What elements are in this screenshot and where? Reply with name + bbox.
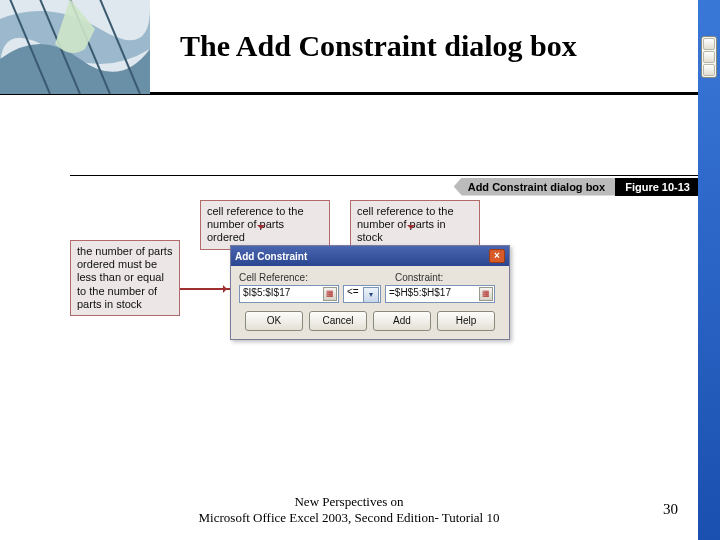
figure-number: Figure 10-13: [615, 178, 700, 196]
arrow-icon: [180, 288, 230, 290]
figure-caption-strip: Add Constraint dialog box Figure 10-13: [70, 175, 700, 197]
callout-constraint: cell reference to the number of parts in…: [350, 200, 480, 250]
cancel-button[interactable]: Cancel: [309, 311, 367, 331]
figure-diagram: the number of parts ordered must be less…: [70, 200, 610, 370]
xp-nav-panel: [701, 36, 717, 78]
footer-line1: New Perspectives on: [0, 494, 698, 510]
slide-title: The Add Constraint dialog box: [180, 29, 577, 63]
nav-next-icon[interactable]: [703, 64, 715, 76]
figure-caption: Add Constraint dialog box: [454, 178, 616, 196]
ok-button[interactable]: OK: [245, 311, 303, 331]
xp-sidebar: [698, 0, 720, 540]
operator-select[interactable]: <=: [343, 285, 381, 303]
help-button[interactable]: Help: [437, 311, 495, 331]
range-picker-icon[interactable]: ▦: [323, 287, 337, 301]
callout-cellref: cell reference to the number of parts or…: [200, 200, 330, 250]
slide-footer: New Perspectives on Microsoft Office Exc…: [0, 494, 698, 526]
constraint-label: Constraint:: [395, 272, 501, 283]
footer-line2: Microsoft Office Excel 2003, Second Edit…: [0, 510, 698, 526]
callout-left: the number of parts ordered must be less…: [70, 240, 180, 316]
add-button[interactable]: Add: [373, 311, 431, 331]
close-icon[interactable]: ×: [489, 249, 505, 263]
constraint-input[interactable]: =$H$5:$H$17 ▦: [385, 285, 495, 303]
range-picker-icon[interactable]: ▦: [479, 287, 493, 301]
add-constraint-dialog: Add Constraint × Cell Reference: Constra…: [230, 245, 510, 340]
slide-header: The Add Constraint dialog box: [0, 0, 720, 95]
decorative-logo: [0, 0, 150, 94]
nav-prev-icon[interactable]: [703, 38, 715, 50]
page-number: 30: [663, 501, 678, 518]
dialog-title-text: Add Constraint: [235, 251, 307, 262]
cell-reference-input[interactable]: $I$5:$I$17 ▦: [239, 285, 339, 303]
nav-menu-icon[interactable]: [703, 51, 715, 63]
cellref-label: Cell Reference:: [239, 272, 345, 283]
dialog-body: Cell Reference: Constraint: $I$5:$I$17 ▦…: [231, 266, 509, 339]
dialog-titlebar: Add Constraint ×: [231, 246, 509, 266]
